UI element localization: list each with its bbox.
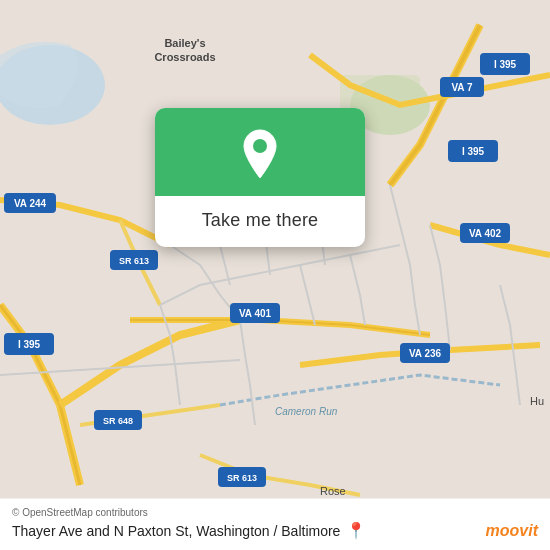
- moovit-logo: moovit: [486, 522, 538, 540]
- svg-text:VA 236: VA 236: [409, 348, 442, 359]
- svg-text:I 395: I 395: [494, 59, 517, 70]
- popup-card: Take me there: [155, 108, 365, 247]
- svg-text:Cameron Run: Cameron Run: [275, 406, 338, 417]
- svg-text:SR 613: SR 613: [227, 473, 257, 483]
- svg-text:SR 648: SR 648: [103, 416, 133, 426]
- map-container: I 395 I 395 I 395 VA 7 VA 244 SR 613 VA …: [0, 0, 550, 550]
- svg-text:Rose: Rose: [320, 485, 346, 497]
- svg-text:VA 402: VA 402: [469, 228, 502, 239]
- location-pin-icon: [236, 130, 284, 178]
- pin-emoji: 📍: [346, 521, 366, 540]
- popup-button-section[interactable]: Take me there: [155, 196, 365, 247]
- take-me-there-button[interactable]: Take me there: [202, 210, 319, 231]
- svg-text:VA 7: VA 7: [451, 82, 473, 93]
- map-svg: I 395 I 395 I 395 VA 7 VA 244 SR 613 VA …: [0, 0, 550, 550]
- svg-text:I 395: I 395: [462, 146, 485, 157]
- svg-text:VA 401: VA 401: [239, 308, 272, 319]
- svg-point-31: [253, 139, 267, 153]
- location-row: Thayer Ave and N Paxton St, Washington /…: [12, 521, 538, 540]
- popup-green-section: [155, 108, 365, 196]
- svg-text:VA 244: VA 244: [14, 198, 47, 209]
- svg-text:Crossroads: Crossroads: [154, 51, 215, 63]
- svg-text:Hu: Hu: [530, 395, 544, 407]
- svg-text:I 395: I 395: [18, 339, 41, 350]
- bottom-bar: © OpenStreetMap contributors Thayer Ave …: [0, 498, 550, 550]
- svg-text:SR 613: SR 613: [119, 256, 149, 266]
- svg-text:Bailey's: Bailey's: [164, 37, 205, 49]
- copyright-text: © OpenStreetMap contributors: [12, 507, 538, 518]
- location-text: Thayer Ave and N Paxton St, Washington /…: [12, 523, 340, 539]
- moovit-text: moovit: [486, 522, 538, 540]
